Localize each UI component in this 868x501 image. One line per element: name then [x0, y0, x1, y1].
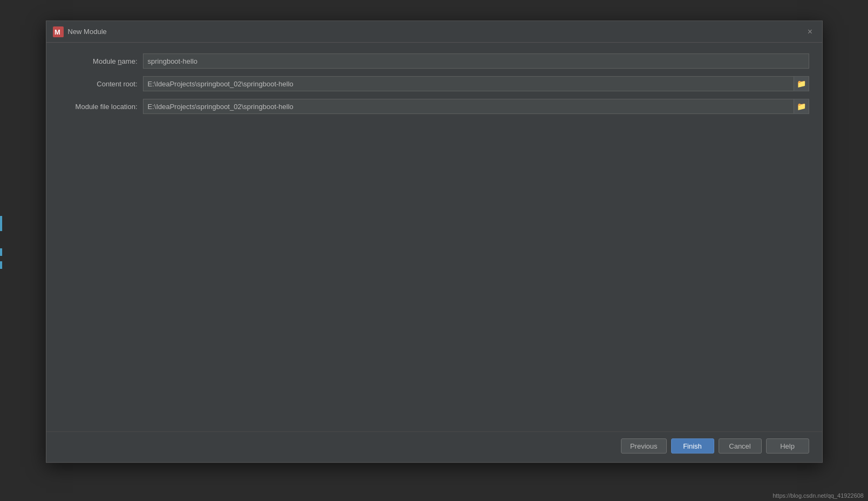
- dialog-footer: Previous Finish Cancel Help: [46, 431, 822, 462]
- content-root-row: Content root: 📁: [59, 76, 809, 91]
- module-name-input[interactable]: [143, 54, 809, 68]
- module-file-location-browse-button[interactable]: 📁: [794, 99, 809, 113]
- help-button[interactable]: Help: [766, 438, 809, 453]
- content-root-input[interactable]: [143, 77, 794, 91]
- new-module-dialog: M New Module × Module name: Content root…: [46, 21, 823, 463]
- cancel-button[interactable]: Cancel: [719, 438, 762, 453]
- folder-icon: 📁: [797, 79, 806, 88]
- dialog-title-bar: M New Module ×: [46, 21, 822, 43]
- module-name-row: Module name:: [59, 53, 809, 69]
- module-name-input-wrapper: [143, 53, 809, 69]
- dialog-icon: M: [53, 26, 64, 37]
- left-accent-bar-1: [0, 216, 2, 231]
- status-bar: https://blog.csdn.net/qq_41922608: [768, 490, 868, 501]
- folder-icon-2: 📁: [797, 102, 806, 111]
- close-button[interactable]: ×: [805, 26, 816, 37]
- module-file-location-label: Module file location:: [59, 103, 143, 111]
- content-root-browse-button[interactable]: 📁: [794, 77, 809, 91]
- content-root-input-wrapper: 📁: [143, 76, 809, 91]
- module-name-label: Module name:: [59, 57, 143, 65]
- dialog-content: Module name: Content root: 📁 Module file…: [46, 43, 822, 431]
- module-file-location-input[interactable]: [143, 99, 794, 113]
- svg-text:M: M: [54, 28, 60, 36]
- dialog-title: New Module: [68, 28, 805, 36]
- previous-button[interactable]: Previous: [621, 438, 667, 453]
- module-file-location-row: Module file location: 📁: [59, 99, 809, 114]
- content-root-label: Content root:: [59, 80, 143, 88]
- left-accent-bar-3: [0, 261, 2, 269]
- module-file-location-input-wrapper: 📁: [143, 99, 809, 114]
- status-url: https://blog.csdn.net/qq_41922608: [773, 492, 864, 499]
- finish-button[interactable]: Finish: [671, 438, 714, 453]
- left-accent-bar-2: [0, 248, 2, 256]
